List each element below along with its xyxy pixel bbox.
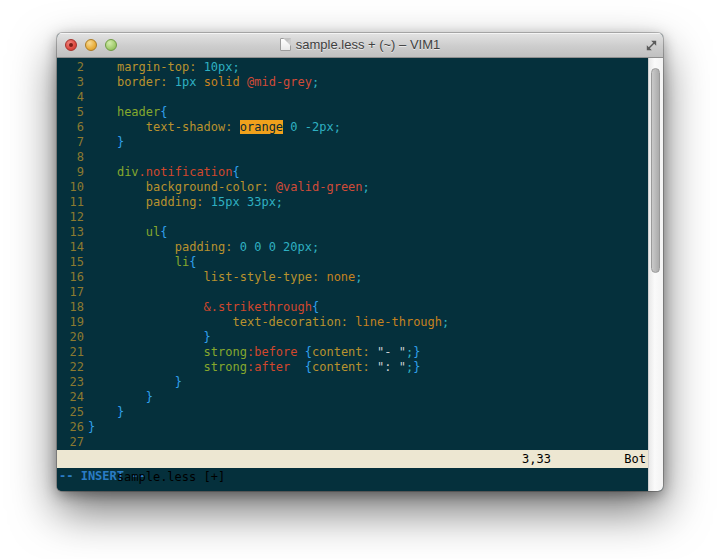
code-text: } — [84, 390, 153, 405]
code-line: 4 — [57, 90, 648, 105]
code-line: 5 header{ — [57, 105, 648, 120]
line-number: 27 — [57, 435, 84, 450]
code-line: 16 list-style-type: none; — [57, 270, 648, 285]
line-number: 20 — [57, 330, 84, 345]
code-line: 19 text-decoration: line-through; — [57, 315, 648, 330]
line-number: 14 — [57, 240, 84, 255]
line-number: 2 — [57, 60, 84, 75]
code-text — [84, 150, 88, 165]
code-text — [84, 210, 88, 225]
code-text — [84, 435, 88, 450]
code-text: strong:before {content: "- ";} — [84, 345, 420, 360]
code-text: } — [84, 375, 182, 390]
macvim-window: sample.less + (~) – VIM1 2 margin-top: 1… — [57, 33, 663, 491]
line-number: 6 — [57, 120, 84, 135]
code-line: 27 — [57, 435, 648, 450]
code-line: 26} — [57, 420, 648, 435]
line-number: 9 — [57, 165, 84, 180]
code-area[interactable]: 2 margin-top: 10px;3 border: 1px solid @… — [57, 58, 648, 450]
line-number: 23 — [57, 375, 84, 390]
line-number: 5 — [57, 105, 84, 120]
code-line: 6 text-shadow: orange 0 -2px; — [57, 120, 648, 135]
line-number: 16 — [57, 270, 84, 285]
code-text: } — [84, 135, 124, 150]
code-text: div.notification{ — [84, 165, 240, 180]
document-icon — [280, 38, 291, 51]
code-text: text-shadow: orange 0 -2px; — [84, 120, 341, 135]
code-text — [84, 285, 88, 300]
code-text: margin-top: 10px; — [84, 60, 240, 75]
line-number: 26 — [57, 420, 84, 435]
code-text: text-decoration: line-through; — [84, 315, 449, 330]
window-titlebar[interactable]: sample.less + (~) – VIM1 — [57, 33, 663, 58]
line-number: 15 — [57, 255, 84, 270]
code-text: header{ — [84, 105, 168, 120]
code-line: 3 border: 1px solid @mid-grey; — [57, 75, 648, 90]
line-number: 7 — [57, 135, 84, 150]
line-number: 10 — [57, 180, 84, 195]
line-number: 13 — [57, 225, 84, 240]
code-line: 13 ul{ — [57, 225, 648, 240]
line-number: 25 — [57, 405, 84, 420]
code-line: 18 &.strikethrough{ — [57, 300, 648, 315]
minimize-button[interactable] — [85, 39, 97, 51]
statusline-ruler: 3,33 — [522, 450, 551, 468]
statusline-scroll-position: Bot — [624, 450, 646, 468]
scrollbar-thumb[interactable] — [651, 68, 660, 273]
line-number: 12 — [57, 210, 84, 225]
search-highlight: orange — [240, 120, 283, 134]
statusline-filename: sample.less [+] — [117, 470, 225, 484]
line-number: 3 — [57, 75, 84, 90]
vim-terminal: 2 margin-top: 10px;3 border: 1px solid @… — [57, 58, 648, 491]
line-number: 22 — [57, 360, 84, 375]
code-text: padding: 15px 33px; — [84, 195, 283, 210]
code-line: 10 background-color: @valid-green; — [57, 180, 648, 195]
code-text — [84, 90, 88, 105]
code-text: strong:after {content: ": ";} — [84, 360, 420, 375]
code-line: 25 } — [57, 405, 648, 420]
code-text: &.strikethrough{ — [84, 300, 319, 315]
close-button[interactable] — [65, 39, 77, 51]
code-text: padding: 0 0 0 20px; — [84, 240, 319, 255]
code-line: 20 } — [57, 330, 648, 345]
code-text: ul{ — [84, 225, 167, 240]
fullscreen-icon[interactable] — [646, 40, 657, 51]
line-number: 19 — [57, 315, 84, 330]
scrollbar-track[interactable] — [648, 58, 663, 491]
traffic-lights — [65, 39, 117, 51]
code-line: 14 padding: 0 0 0 20px; — [57, 240, 648, 255]
line-number: 4 — [57, 90, 84, 105]
window-content: 2 margin-top: 10px;3 border: 1px solid @… — [57, 58, 663, 491]
code-line: 21 strong:before {content: "- ";} — [57, 345, 648, 360]
titlebar-center: sample.less + (~) – VIM1 — [57, 33, 663, 56]
line-number: 17 — [57, 285, 84, 300]
window-title: sample.less + (~) – VIM1 — [296, 37, 441, 52]
code-text: list-style-type: none; — [84, 270, 363, 285]
line-number: 18 — [57, 300, 84, 315]
code-text: } — [84, 405, 124, 420]
line-number: 21 — [57, 345, 84, 360]
vim-statusline: sample.less [+] 3,33 Bot — [57, 450, 648, 468]
code-line: 24 } — [57, 390, 648, 405]
code-line: 9 div.notification{ — [57, 165, 648, 180]
code-line: 23 } — [57, 375, 648, 390]
zoom-button[interactable] — [105, 39, 117, 51]
code-line: 12 — [57, 210, 648, 225]
code-text: background-color: @valid-green; — [84, 180, 370, 195]
code-text: border: 1px solid @mid-grey; — [84, 75, 319, 90]
code-line: 22 strong:after {content: ": ";} — [57, 360, 648, 375]
code-text: } — [84, 420, 95, 435]
code-text: } — [84, 330, 211, 345]
code-line: 11 padding: 15px 33px; — [57, 195, 648, 210]
code-text: li{ — [84, 255, 196, 270]
code-line: 2 margin-top: 10px; — [57, 60, 648, 75]
code-line: 17 — [57, 285, 648, 300]
code-line: 8 — [57, 150, 648, 165]
line-number: 8 — [57, 150, 84, 165]
code-line: 7 } — [57, 135, 648, 150]
line-number: 24 — [57, 390, 84, 405]
code-line: 15 li{ — [57, 255, 648, 270]
line-number: 11 — [57, 195, 84, 210]
